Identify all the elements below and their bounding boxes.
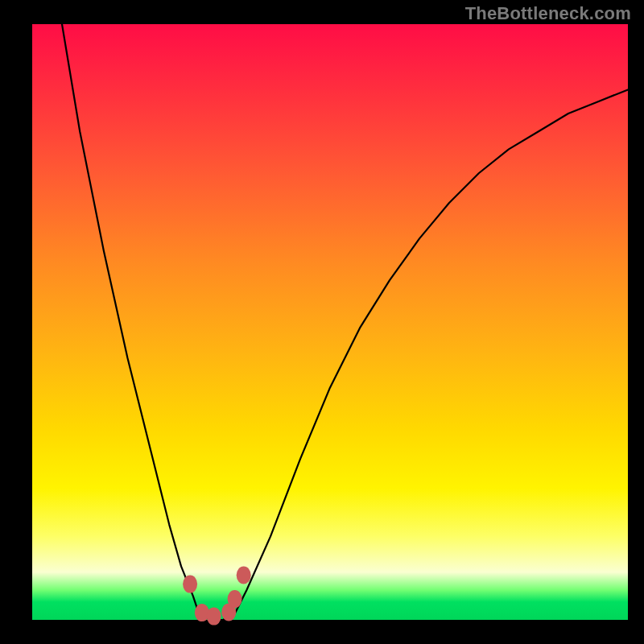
- curve-layer: [32, 24, 628, 620]
- plot-area: [32, 24, 628, 620]
- trough-marker: [183, 576, 197, 593]
- trough-marker: [237, 567, 251, 584]
- trough-marker: [228, 590, 242, 608]
- watermark-text: TheBottleneck.com: [465, 3, 631, 24]
- chart-frame: TheBottleneck.com: [0, 0, 644, 644]
- trough-marker: [207, 608, 221, 625]
- bottleneck-curve: [62, 24, 628, 620]
